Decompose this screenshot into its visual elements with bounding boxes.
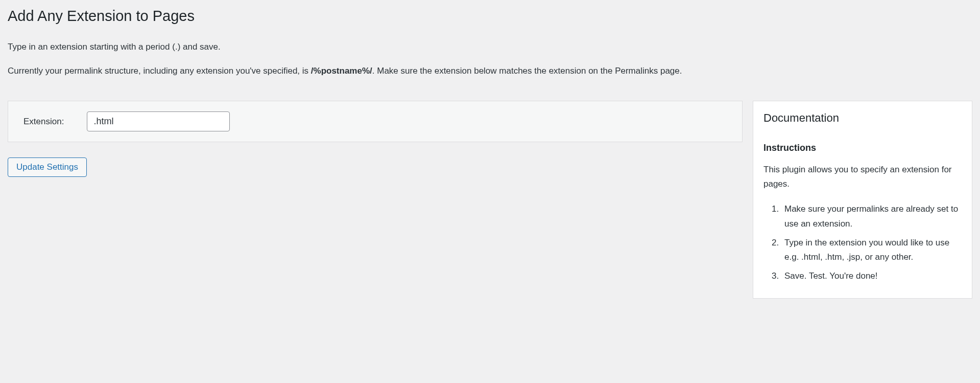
- submit-wrap: Update Settings: [8, 157, 743, 177]
- list-item: Make sure your permalinks are already se…: [781, 202, 962, 232]
- extension-input[interactable]: [87, 111, 230, 131]
- intro-prefix: Currently your permalink structure, incl…: [8, 66, 311, 76]
- form-box: Extension:: [8, 101, 743, 142]
- permalink-structure: /%postname%/: [311, 66, 372, 76]
- content-wrapper: Extension: Update Settings Documentation…: [8, 101, 972, 299]
- list-item: Save. Test. You're done!: [781, 269, 962, 284]
- intro-text-1: Type in an extension starting with a per…: [8, 40, 972, 54]
- instructions-list: Make sure your permalinks are already se…: [763, 202, 962, 284]
- instructions-subtitle: Instructions: [763, 143, 962, 153]
- intro-suffix: . Make sure the extension below matches …: [372, 66, 682, 76]
- documentation-description: This plugin allows you to specify an ext…: [763, 163, 962, 190]
- main-panel: Extension: Update Settings: [8, 101, 743, 299]
- list-item: Type in the extension you would like to …: [781, 236, 962, 265]
- update-settings-button[interactable]: Update Settings: [8, 157, 87, 177]
- documentation-title: Documentation: [763, 111, 962, 125]
- page-title: Add Any Extension to Pages: [8, 8, 972, 25]
- extension-label: Extension:: [23, 117, 64, 127]
- intro-text-2: Currently your permalink structure, incl…: [8, 64, 972, 78]
- documentation-panel: Documentation Instructions This plugin a…: [753, 101, 972, 299]
